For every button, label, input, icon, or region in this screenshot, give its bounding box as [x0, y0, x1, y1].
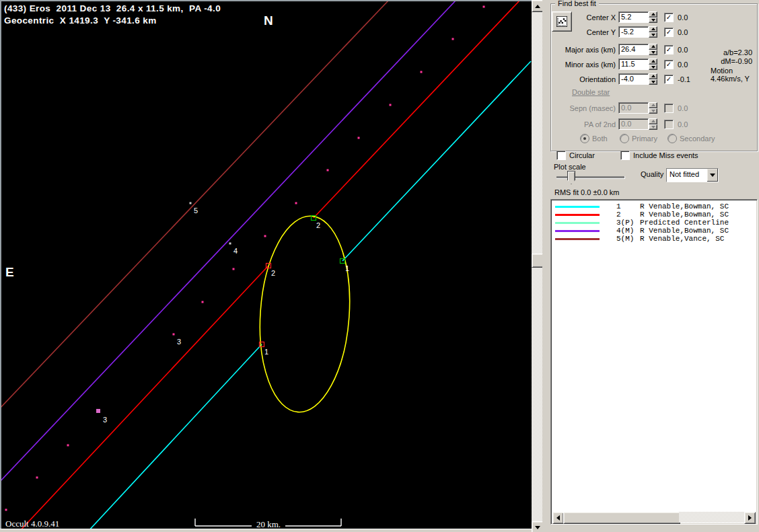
- legend-hscroll-thumb[interactable]: [563, 512, 680, 524]
- fit-parameter-checkbox[interactable]: ✓: [664, 60, 674, 69]
- spin-up-button[interactable]: [649, 44, 657, 50]
- asteroid-ellipse: [254, 213, 356, 415]
- spinbox-value[interactable]: 26.4: [618, 44, 649, 55]
- spin-down-button[interactable]: [649, 50, 657, 56]
- spinbox-value[interactable]: 5.2: [618, 11, 649, 23]
- observer-legend-listbox[interactable]: 1R Venable,Bowman, SC2R Venable,Bowman, …: [550, 199, 758, 525]
- legend-observer-name: R Venable,Bowman, SC: [640, 227, 729, 235]
- spinbox-value[interactable]: -4.0: [618, 73, 649, 85]
- plot-top-edge: [0, 0, 532, 1]
- spin-down-button[interactable]: [649, 17, 657, 24]
- radio-option-both[interactable]: Both: [580, 134, 608, 143]
- parameter-spinbox[interactable]: 11.5: [618, 59, 657, 70]
- axis-ratio-label: a/b=2.30: [723, 48, 752, 56]
- legend-row[interactable]: 1R Venable,Bowman, SC: [551, 202, 757, 211]
- parameter-spinbox[interactable]: -5.2: [618, 26, 657, 38]
- legend-row[interactable]: 3(P)Predicted Centerline: [551, 219, 757, 227]
- parameter-spinbox[interactable]: 26.4: [618, 44, 657, 55]
- spin-down-icon: [651, 126, 655, 128]
- parameter-spinbox[interactable]: -4.0: [618, 73, 657, 85]
- path-dot: [390, 104, 392, 106]
- double-star-parameter-label: PA of 2nd: [542, 120, 616, 128]
- spin-up-icon: [651, 45, 655, 48]
- quality-dropdown[interactable]: Not fitted: [666, 168, 719, 182]
- path-dot: [5, 509, 7, 511]
- include-miss-events-checkbox[interactable]: [620, 151, 630, 160]
- plot-scale-label: Plot scale: [554, 163, 586, 171]
- legend-scroll-left-button[interactable]: [552, 512, 564, 524]
- legend-color-swatch: [555, 206, 600, 208]
- station-marker: [190, 202, 192, 204]
- scale-bar-label: 20 km.: [256, 519, 281, 529]
- path-dot: [358, 137, 360, 139]
- legend-row[interactable]: 5(M)R Venable,Vance, SC: [551, 235, 757, 243]
- double-star-checkbox: [664, 104, 674, 113]
- spinner-buttons: [649, 102, 657, 114]
- station-marker: [229, 243, 231, 245]
- down-arrow-icon: [535, 526, 540, 529]
- app-version-label: Occult 4.0.9.41: [5, 519, 59, 529]
- spin-down-button[interactable]: [649, 65, 657, 71]
- fit-parameter-checkbox[interactable]: ✓: [664, 28, 674, 37]
- parameter-spinbox[interactable]: 5.2: [618, 11, 657, 23]
- spin-down-icon: [651, 81, 655, 83]
- spin-down-button[interactable]: [649, 32, 657, 38]
- occult-plot-window: 54332211 (433) Eros 2011 Dec 13 26.4 x 1…: [0, 0, 759, 532]
- legend-horizontal-scrollbar[interactable]: [552, 512, 756, 523]
- path-dot: [264, 235, 266, 237]
- plot-vertical-scrollbar[interactable]: [532, 0, 542, 532]
- spinbox-value[interactable]: -5.2: [618, 26, 649, 38]
- plot-scale-slider-thumb[interactable]: [567, 171, 575, 184]
- fit-adjustment-value: 0.0: [678, 28, 688, 36]
- check-icon: ✓: [666, 61, 672, 68]
- motion-value: 4.46km/s, Y: [711, 75, 750, 83]
- spin-up-button[interactable]: [649, 73, 657, 79]
- radio-option-primary[interactable]: Primary: [620, 134, 657, 143]
- fit-parameter-checkbox[interactable]: ✓: [664, 13, 674, 22]
- fit-adjustment-value: 0.0: [678, 61, 688, 69]
- left-arrow-icon: [556, 515, 560, 521]
- legend-row[interactable]: 4(M)R Venable,Bowman, SC: [551, 227, 757, 235]
- path-dot: [483, 6, 485, 8]
- radio-dot: [583, 137, 586, 140]
- spin-up-button[interactable]: [649, 59, 657, 65]
- station-label: 5: [194, 206, 198, 215]
- dropdown-button[interactable]: [707, 169, 718, 182]
- plot-scale-slider-track[interactable]: [556, 176, 625, 179]
- up-arrow-icon: [535, 5, 540, 8]
- spin-down-icon: [651, 19, 655, 22]
- spin-down-button[interactable]: [649, 79, 657, 85]
- chord-line-5: [0, 0, 389, 408]
- horizontal-scrollbar-strip[interactable]: [0, 529, 532, 532]
- legend-chord-number: 2: [616, 211, 640, 219]
- fit-parameter-checkbox[interactable]: ✓: [664, 45, 674, 54]
- legend-observer-name: R Venable,Bowman, SC: [640, 211, 729, 219]
- circular-checkbox[interactable]: [556, 151, 566, 160]
- fit-parameter-checkbox[interactable]: ✓: [664, 75, 674, 84]
- legend-observer-name: R Venable,Vance, SC: [640, 235, 724, 243]
- spin-up-icon: [651, 13, 655, 15]
- compass-north-label: N: [264, 13, 273, 28]
- legend-scroll-right-button[interactable]: [744, 512, 756, 524]
- plot-canvas: 54332211 (433) Eros 2011 Dec 13 26.4 x 1…: [0, 0, 532, 529]
- spin-down-icon: [651, 66, 655, 69]
- spin-up-button[interactable]: [649, 26, 657, 32]
- motion-label: Motion: [711, 67, 733, 75]
- chord-line-2: [19, 266, 268, 529]
- spin-up-icon: [651, 60, 655, 63]
- legend-row[interactable]: 2R Venable,Bowman, SC: [551, 211, 757, 219]
- include-miss-events-label: Include Miss events: [633, 151, 698, 159]
- spin-up-button[interactable]: [649, 11, 657, 17]
- plot-dynamic-layer: 54332211: [0, 0, 531, 529]
- event-label: 1: [264, 348, 268, 356]
- legend-hscroll-track[interactable]: [679, 512, 745, 523]
- double-star-value: 0.0: [678, 120, 688, 128]
- occultation-plot: 54332211 (433) Eros 2011 Dec 13 26.4 x 1…: [0, 0, 532, 529]
- legend-observer-name: R Venable,Bowman, SC: [640, 202, 729, 211]
- double-star-spinbox: 0.0: [618, 102, 657, 114]
- radio-option-secondary[interactable]: Secondary: [667, 134, 715, 143]
- spinbox-value[interactable]: 11.5: [618, 59, 649, 70]
- chord-line-1: [87, 344, 262, 529]
- double-star-label: Double star: [572, 88, 610, 96]
- parameter-label: Orientation: [542, 75, 616, 83]
